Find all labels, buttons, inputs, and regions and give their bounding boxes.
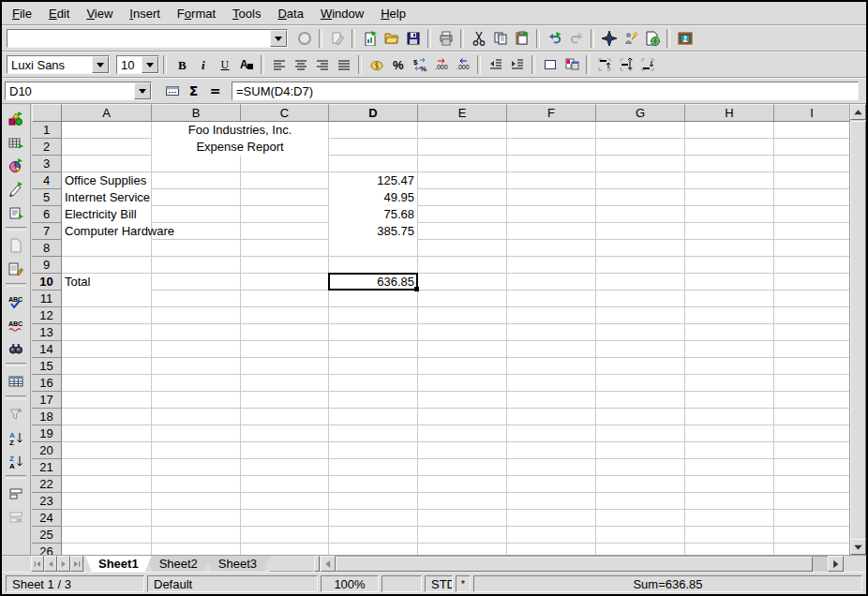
row-header-25[interactable]: 25 [32, 527, 62, 544]
url-dropdown-button[interactable] [270, 30, 287, 47]
paste-icon[interactable] [511, 28, 532, 50]
status-insert-mode[interactable] [382, 575, 422, 592]
italic-icon[interactable]: i [192, 54, 214, 76]
center-vertical-icon[interactable] [615, 54, 636, 76]
find-replace-icon[interactable] [6, 337, 27, 359]
menu-window[interactable]: Window [312, 4, 372, 23]
vertical-scrollbar[interactable] [849, 104, 866, 555]
status-page-style[interactable]: Default [147, 575, 318, 592]
insert-icon[interactable] [6, 108, 27, 129]
menu-insert[interactable]: Insert [121, 4, 169, 23]
nav-last-button[interactable] [70, 556, 83, 572]
status-selection-mode[interactable]: STD [425, 575, 453, 592]
row-header-21[interactable]: 21 [32, 459, 62, 476]
menu-edit[interactable]: Edit [40, 4, 78, 23]
cell-A4[interactable]: Office Supplies [62, 172, 151, 189]
font-name-combobox[interactable]: Luxi Sans [7, 55, 110, 74]
cell-D5[interactable]: 49.95 [329, 189, 417, 206]
row-header-10[interactable]: 10 [32, 274, 62, 291]
auto-spellcheck-icon[interactable]: ABC [6, 314, 27, 335]
autoformat-icon[interactable] [6, 258, 27, 279]
align-center-icon[interactable] [290, 54, 311, 76]
column-header-F[interactable]: F [507, 104, 596, 122]
menu-help[interactable]: Help [372, 4, 414, 23]
tab-scrollbar-splitter[interactable] [314, 556, 320, 572]
background-color-icon[interactable] [561, 54, 582, 76]
row-header-22[interactable]: 22 [32, 476, 62, 493]
row-header-2[interactable]: 2 [32, 139, 62, 156]
row-header-16[interactable]: 16 [32, 375, 62, 392]
url-combobox[interactable] [7, 29, 288, 48]
cell-B2[interactable]: Expense Report [152, 139, 328, 156]
status-zoom-level[interactable]: 100% [321, 575, 379, 592]
equals-icon[interactable]: = [204, 81, 226, 102]
underline-icon[interactable]: U [214, 54, 235, 76]
borders-icon[interactable] [539, 54, 561, 76]
row-header-26[interactable]: 26 [32, 544, 62, 555]
number-format-icon[interactable]: $% [409, 54, 430, 76]
nav-next-button[interactable] [57, 556, 70, 572]
row-header-23[interactable]: 23 [32, 493, 62, 510]
selection-fill-handle[interactable] [414, 287, 419, 291]
cell-D4[interactable]: 125.47 [329, 172, 417, 189]
nav-prev-button[interactable] [44, 556, 57, 572]
font-name-dropdown-button[interactable] [92, 56, 109, 73]
column-header-G[interactable]: G [596, 104, 685, 122]
decrease-indent-icon[interactable] [485, 54, 506, 76]
spreadsheet-grid[interactable]: ABCDEFGHI1234567891011121314151617181920… [32, 104, 849, 555]
row-header-20[interactable]: 20 [32, 442, 62, 459]
new-document-icon[interactable] [359, 28, 381, 50]
form-functions-icon[interactable] [6, 201, 27, 223]
column-header-C[interactable]: C [241, 104, 329, 122]
navigator-icon[interactable] [598, 28, 620, 50]
align-right-icon[interactable] [311, 54, 333, 76]
cell-B1[interactable]: Foo Industries, Inc. [152, 122, 328, 139]
column-header-A[interactable]: A [62, 104, 152, 122]
menu-tools[interactable]: Tools [224, 4, 269, 23]
row-header-9[interactable]: 9 [32, 257, 62, 274]
vertical-scrollbar-thumb[interactable] [850, 121, 866, 540]
row-header-24[interactable]: 24 [32, 510, 62, 527]
spellcheck-icon[interactable]: ABC [6, 291, 27, 312]
column-header-E[interactable]: E [418, 104, 507, 122]
row-header-4[interactable]: 4 [32, 172, 62, 189]
sort-ascending-icon[interactable]: AZ [6, 426, 27, 448]
font-color-icon[interactable]: A [235, 54, 257, 76]
cell-D6[interactable]: 75.68 [329, 206, 417, 223]
sum-icon[interactable]: Σ [183, 81, 204, 102]
percent-icon[interactable]: % [387, 54, 409, 76]
row-header-12[interactable]: 12 [32, 307, 62, 324]
justify-icon[interactable] [333, 54, 354, 76]
save-icon[interactable] [402, 28, 424, 50]
column-header-H[interactable]: H [685, 104, 774, 122]
scroll-down-button[interactable] [850, 539, 866, 555]
open-icon[interactable] [381, 28, 402, 50]
hscroll-right-button[interactable] [828, 556, 844, 572]
align-left-icon[interactable] [268, 54, 290, 76]
menu-file[interactable]: File [4, 4, 40, 23]
add-decimal-icon[interactable]: .000 [430, 54, 452, 76]
row-header-15[interactable]: 15 [32, 358, 62, 375]
row-header-14[interactable]: 14 [32, 341, 62, 358]
sort-descending-icon[interactable]: ZA [6, 450, 27, 471]
row-header-19[interactable]: 19 [32, 425, 62, 442]
horizontal-scrollbar[interactable] [336, 556, 828, 572]
row-header-5[interactable]: 5 [32, 189, 62, 206]
menu-format[interactable]: Format [169, 4, 224, 23]
cut-icon[interactable] [468, 28, 489, 50]
sheet-tab-sheet3[interactable]: Sheet3 [205, 556, 270, 572]
sheet-tab-sheet2[interactable]: Sheet2 [146, 556, 211, 572]
cell-A10[interactable]: Total [62, 274, 151, 291]
print-icon[interactable] [435, 28, 456, 50]
delete-decimal-icon[interactable]: .000 [452, 54, 473, 76]
insert-cells-icon[interactable] [6, 131, 27, 153]
bold-icon[interactable]: B [171, 54, 192, 76]
hyperlink-icon[interactable] [641, 28, 663, 50]
sheet-tab-sheet1[interactable]: Sheet1 [85, 556, 152, 572]
row-header-1[interactable]: 1 [32, 122, 62, 139]
row-header-11[interactable]: 11 [32, 291, 62, 307]
stylist-icon[interactable] [620, 28, 641, 50]
active-cell-selection[interactable] [328, 273, 418, 291]
row-header-17[interactable]: 17 [32, 392, 62, 409]
column-header-B[interactable]: B [152, 104, 241, 122]
